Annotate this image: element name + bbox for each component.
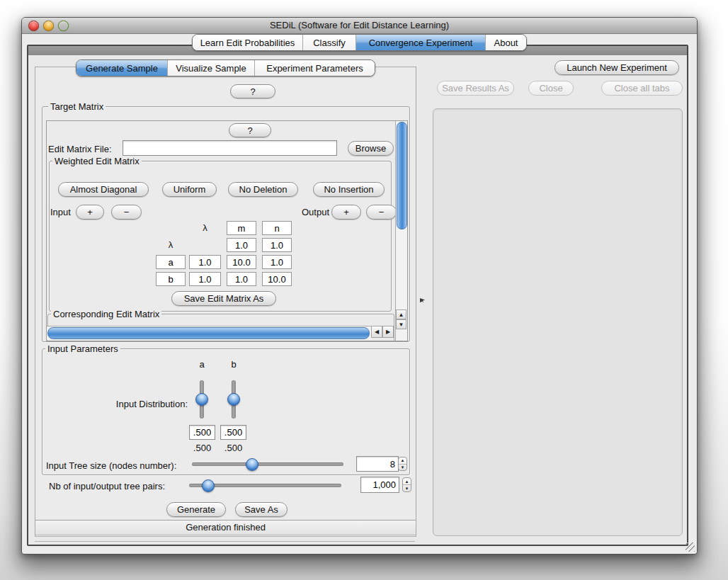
scroll-down-icon[interactable]: ▼ <box>396 319 406 329</box>
symbol-b-label: b <box>223 359 244 370</box>
tab-classify[interactable]: Classify <box>303 35 356 50</box>
stepper-down-icon[interactable]: ▼ <box>403 485 411 491</box>
target-matrix-title: Target Matrix <box>48 101 106 112</box>
scroll-left-icon[interactable]: ◀ <box>371 326 382 338</box>
edit-matrix-file-label: Edit Matrix File: <box>48 144 112 154</box>
bottom-separator <box>35 536 415 542</box>
distribution-value-a-readout: .500 <box>189 443 215 453</box>
matrix-cell[interactable] <box>262 272 292 286</box>
input-parameters-title: Input Parameters <box>45 343 120 354</box>
tab-visualize-sample[interactable]: Visualize Sample <box>168 60 255 76</box>
distribution-value-b-readout: .500 <box>220 443 246 453</box>
save-edit-matrix-as-button[interactable]: Save Edit Matrix As <box>171 291 276 306</box>
matrix-cell[interactable] <box>262 238 292 252</box>
tree-size-field[interactable] <box>356 456 399 472</box>
tree-size-stepper: ▲ ▼ <box>398 457 407 471</box>
weighted-edit-matrix-group: Weighted Edit Matrix Almost Diagonal Uni… <box>49 161 392 312</box>
pairs-field[interactable] <box>360 477 399 493</box>
matrix-row-header-lambda: λ <box>156 238 186 252</box>
browse-button[interactable]: Browse <box>348 141 394 156</box>
save-results-as-button[interactable]: Save Results As <box>437 81 514 96</box>
target-matrix-viewport: ? Edit Matrix File: Browse Weighted Edit… <box>46 120 408 341</box>
almost-diagonal-button[interactable]: Almost Diagonal <box>58 182 149 197</box>
weighted-edit-matrix-title: Weighted Edit Matrix <box>52 156 142 166</box>
mouse-cursor <box>420 298 425 303</box>
distribution-slider-b-thumb[interactable] <box>227 393 240 406</box>
tab-learn-edit-probabilities[interactable]: Learn Edit Probabilities <box>193 35 303 50</box>
stepper-down-icon[interactable]: ▼ <box>399 465 406 471</box>
results-panel <box>433 108 683 536</box>
distribution-value-b-field[interactable] <box>220 425 246 440</box>
matrix-row-header-a[interactable] <box>156 255 186 269</box>
close-all-tabs-button[interactable]: Close all tabs <box>601 81 683 96</box>
generate-sample-panel: ? Target Matrix ? Edit Matrix File: Brow… <box>35 67 416 537</box>
stepper-up-icon[interactable]: ▲ <box>399 457 406 465</box>
save-as-button[interactable]: Save As <box>235 502 288 517</box>
pairs-stepper: ▲ ▼ <box>402 477 411 492</box>
vertical-scrollbar-thumb[interactable] <box>397 122 407 229</box>
tree-size-slider-thumb[interactable] <box>246 458 258 471</box>
distribution-slider-a-thumb[interactable] <box>195 393 208 406</box>
target-matrix-group: Target Matrix ? Edit Matrix File: Browse… <box>42 106 410 342</box>
matrix-cell[interactable] <box>227 238 256 252</box>
uniform-button[interactable]: Uniform <box>162 182 217 197</box>
matrix-help-button[interactable]: ? <box>229 123 271 137</box>
matrix-cell[interactable] <box>189 272 221 286</box>
tab-convergence-experiment[interactable]: Convergence Experiment <box>356 35 486 50</box>
symbol-a-label: a <box>191 359 212 370</box>
distribution-value-a-field[interactable] <box>189 425 215 440</box>
tree-size-label: Input Tree size (nodes number): <box>46 460 176 471</box>
output-remove-button[interactable]: − <box>366 205 397 220</box>
app-window: SEDiL (Software for Edit Distance Learni… <box>21 17 698 555</box>
output-label: Output <box>302 207 329 217</box>
no-insertion-button[interactable]: No Insertion <box>313 182 385 197</box>
matrix-cell[interactable] <box>262 255 292 269</box>
no-deletion-button[interactable]: No Deletion <box>228 182 298 197</box>
matrix-row-header-b[interactable] <box>156 272 186 286</box>
corresponding-edit-matrix-title: Corresponding Edit Matrix <box>51 309 161 319</box>
close-button[interactable]: Close <box>528 81 574 96</box>
launch-new-experiment-button[interactable]: Launch New Experiment <box>554 60 679 75</box>
matrix-col-header-lambda: λ <box>189 221 221 235</box>
resize-grip-icon[interactable] <box>686 542 695 552</box>
desktop: { "titlebar": { "title": "SEDiL (Softwar… <box>0 0 728 580</box>
sub-tab-bar: Generate Sample Visualize Sample Experim… <box>76 59 375 76</box>
scroll-up-icon[interactable]: ▲ <box>396 309 406 319</box>
generate-button[interactable]: Generate <box>166 502 226 517</box>
tree-size-slider[interactable] <box>192 462 343 466</box>
horizontal-scrollbar[interactable] <box>47 326 371 340</box>
stepper-up-icon[interactable]: ▲ <box>403 478 411 485</box>
matrix-cell[interactable] <box>227 272 256 286</box>
output-add-button[interactable]: + <box>331 205 361 220</box>
input-distribution-label: Input Distribution: <box>71 399 188 409</box>
edit-matrix-file-input[interactable] <box>123 140 337 156</box>
pairs-label: Nb of input/output tree pairs: <box>49 481 165 491</box>
input-label: Input <box>50 207 71 217</box>
input-add-button[interactable]: + <box>76 205 104 220</box>
main-tab-bar: Learn Edit Probabilities Classify Conver… <box>192 34 527 51</box>
help-button[interactable]: ? <box>230 84 275 98</box>
tab-experiment-parameters[interactable]: Experiment Parameters <box>255 60 375 76</box>
content-frame: Generate Sample Visualize Sample Experim… <box>27 45 688 546</box>
input-remove-button[interactable]: − <box>111 205 142 220</box>
tab-generate-sample[interactable]: Generate Sample <box>76 60 168 76</box>
matrix-col-header-n[interactable] <box>262 221 292 235</box>
tab-about[interactable]: About <box>486 35 526 50</box>
title-bar[interactable]: SEDiL (Software for Edit Distance Learni… <box>22 18 697 34</box>
status-bar: Generation finished <box>35 520 416 535</box>
window-title: SEDiL (Software for Edit Distance Learni… <box>22 20 697 30</box>
matrix-cell[interactable] <box>227 255 256 269</box>
scroll-right-icon[interactable]: ▶ <box>382 326 394 338</box>
horizontal-scrollbar-thumb[interactable] <box>47 327 370 339</box>
pairs-slider-thumb[interactable] <box>202 479 215 492</box>
matrix-cell[interactable] <box>189 255 221 269</box>
input-parameters-group: Input Parameters a b Input Distribution:… <box>42 348 410 475</box>
vertical-scrollbar[interactable]: ▲ ▼ <box>395 121 407 341</box>
matrix-col-header-m[interactable] <box>227 221 256 235</box>
